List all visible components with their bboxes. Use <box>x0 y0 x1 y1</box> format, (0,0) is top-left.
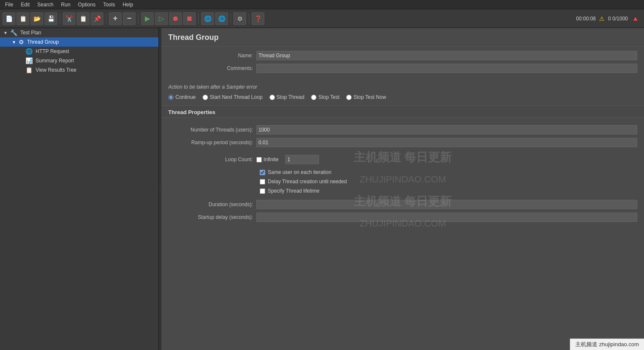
start-no-pause-button[interactable]: ▷ <box>155 12 168 25</box>
status-count: 0 0/1000 <box>608 16 628 22</box>
specify-lifetime-checkbox[interactable] <box>260 188 265 194</box>
main-layout: ▼ 🔧 Test Plan ▼ ⚙ Thread Group 🌐 HTTP Re… <box>0 28 644 350</box>
sidebar-item-summary-report[interactable]: 📊 Summary Report <box>0 56 158 65</box>
copy-button[interactable]: 📋 <box>77 12 89 25</box>
sidebar-item-view-results-tree[interactable]: 📋 View Results Tree <box>0 65 158 75</box>
infinite-checkbox[interactable] <box>256 157 262 162</box>
thread-props-section: Number of Threads (users): Ramp-up perio… <box>161 121 644 155</box>
stop-thread-label: Stop Thread <box>277 94 305 100</box>
menu-search[interactable]: Search <box>34 1 57 8</box>
action-stop-test[interactable]: Stop Test <box>311 94 339 100</box>
loop-count-row: Loop Count: Infinite <box>161 155 644 164</box>
save-button[interactable]: 💾 <box>44 12 57 25</box>
stop-test-now-label: Stop Test Now <box>353 94 386 100</box>
name-section: Name: Comments: <box>161 47 644 81</box>
menu-help[interactable]: Help <box>119 1 136 8</box>
num-threads-row: Number of Threads (users): <box>168 125 637 134</box>
duration-input[interactable] <box>256 200 637 209</box>
num-threads-input[interactable] <box>256 125 637 134</box>
add-button[interactable]: + <box>109 12 122 25</box>
duration-section: Duration (seconds): Startup delay (secon… <box>161 196 644 230</box>
content-area: 主机频道 每日更新 ZHUJIPINDAO.COM 主机频道 每日更新 ZHUJ… <box>161 28 644 350</box>
jmeter-logo-icon: 🔺 <box>631 15 640 23</box>
open-button[interactable]: 📂 <box>31 12 43 25</box>
sidebar-item-label: Test Plan <box>20 30 41 36</box>
duration-label: Duration (seconds): <box>168 202 253 207</box>
loop-count-label: Loop Count: <box>168 157 253 162</box>
action-start-next[interactable]: Start Next Thread Loop <box>203 94 263 100</box>
sidebar-item-test-plan[interactable]: ▼ 🔧 Test Plan <box>0 28 158 37</box>
test-plan-icon: 🔧 <box>10 29 17 36</box>
num-threads-label: Number of Threads (users): <box>168 127 253 133</box>
delay-thread-checkbox[interactable] <box>260 179 265 185</box>
comments-label: Comments: <box>168 65 253 71</box>
remote-stop-button[interactable]: 🌐 <box>215 12 228 25</box>
sidebar-item-label: Summary Report <box>36 58 74 64</box>
bottom-bar: 主机频道 zhujipindao.com <box>570 339 644 350</box>
action-stop-test-now[interactable]: Stop Test Now <box>346 94 386 100</box>
summary-report-icon: 📊 <box>25 57 33 64</box>
sidebar-item-label: HTTP Request <box>36 48 69 54</box>
panel-title: Thread Group <box>161 28 644 47</box>
name-label: Name: <box>168 53 253 59</box>
rampup-row: Ramp-up period (seconds): <box>168 138 637 147</box>
specify-lifetime-row: Specify Thread lifetime <box>161 186 644 196</box>
name-input[interactable] <box>256 51 637 60</box>
loop-count-input[interactable] <box>285 155 319 164</box>
action-radio-group: Continue Start Next Thread Loop Stop Thr… <box>168 92 637 102</box>
stop-test-label: Stop Test <box>318 94 339 100</box>
remove-button[interactable]: − <box>123 12 136 25</box>
statusbar: 00:00:08 ⚠ 0 0/1000 🔺 <box>572 9 644 28</box>
paste-button[interactable]: 📌 <box>91 12 103 25</box>
menu-tools[interactable]: Tools <box>100 1 118 8</box>
menu-run[interactable]: Run <box>58 1 74 8</box>
infinite-checkbox-group: Infinite <box>256 157 278 162</box>
infinite-label: Infinite <box>264 157 278 162</box>
startup-delay-input[interactable] <box>256 213 637 222</box>
same-user-label: Same user on each iteration <box>268 169 331 175</box>
warning-icon: ⚠ <box>599 15 605 22</box>
config-button[interactable]: ⚙ <box>233 12 246 25</box>
record-button[interactable]: ⏺ <box>169 12 182 25</box>
duration-row: Duration (seconds): <box>168 200 637 209</box>
thread-group-icon: ⚙ <box>19 39 24 45</box>
status-timer: 00:00:08 <box>576 16 596 22</box>
menu-options[interactable]: Options <box>75 1 99 8</box>
start-button[interactable]: ▶ <box>141 12 154 25</box>
rampup-label: Ramp-up period (seconds): <box>168 140 253 146</box>
start-next-label: Start Next Thread Loop <box>210 94 263 100</box>
delay-thread-label: Delay Thread creation until needed <box>268 179 347 185</box>
remote-start-button[interactable]: 🌐 <box>201 12 214 25</box>
startup-delay-row: Startup delay (seconds): <box>168 213 637 222</box>
sidebar-item-thread-group[interactable]: ▼ ⚙ Thread Group <box>0 37 158 47</box>
expand-arrow-thread-icon: ▼ <box>12 40 16 45</box>
menu-file[interactable]: File <box>2 1 17 8</box>
delay-thread-row: Delay Thread creation until needed <box>161 177 644 186</box>
sidebar-item-http-request[interactable]: 🌐 HTTP Request <box>0 47 158 56</box>
same-user-checkbox[interactable] <box>260 170 265 175</box>
thread-properties-header: Thread Properties <box>161 105 644 118</box>
startup-delay-label: Startup delay (seconds): <box>168 214 253 220</box>
name-row: Name: <box>168 51 637 60</box>
comments-input[interactable] <box>256 64 637 73</box>
expand-arrow-icon: ▼ <box>3 31 8 35</box>
sidebar-item-label: Thread Group <box>27 39 59 45</box>
templates-button[interactable]: 📋 <box>17 12 29 25</box>
sidebar-item-label: View Results Tree <box>36 67 77 73</box>
stop-button[interactable]: ⏹ <box>183 12 196 25</box>
toolbar: 📄 📋 📂 💾 ✂️ 📋 📌 + − ▶ ▷ ⏺ ⏹ 🌐 🌐 ⚙ ❓ <box>0 9 644 28</box>
menu-edit[interactable]: Edit <box>17 1 33 8</box>
view-results-icon: 📋 <box>25 67 33 73</box>
action-label: Action to be taken after a Sampler error <box>168 84 637 90</box>
bottom-bar-text: 主机频道 zhujipindao.com <box>575 341 639 347</box>
menubar: File Edit Search Run Options Tools Help <box>0 0 644 9</box>
cut-button[interactable]: ✂️ <box>63 12 75 25</box>
action-continue[interactable]: Continue <box>168 94 196 100</box>
new-button[interactable]: 📄 <box>3 12 15 25</box>
rampup-input[interactable] <box>256 138 637 147</box>
action-stop-thread[interactable]: Stop Thread <box>269 94 305 100</box>
action-section: Action to be taken after a Sampler error… <box>161 81 644 105</box>
sidebar: ▼ 🔧 Test Plan ▼ ⚙ Thread Group 🌐 HTTP Re… <box>0 28 159 350</box>
help-button[interactable]: ❓ <box>252 12 264 25</box>
specify-lifetime-label: Specify Thread lifetime <box>268 188 319 194</box>
